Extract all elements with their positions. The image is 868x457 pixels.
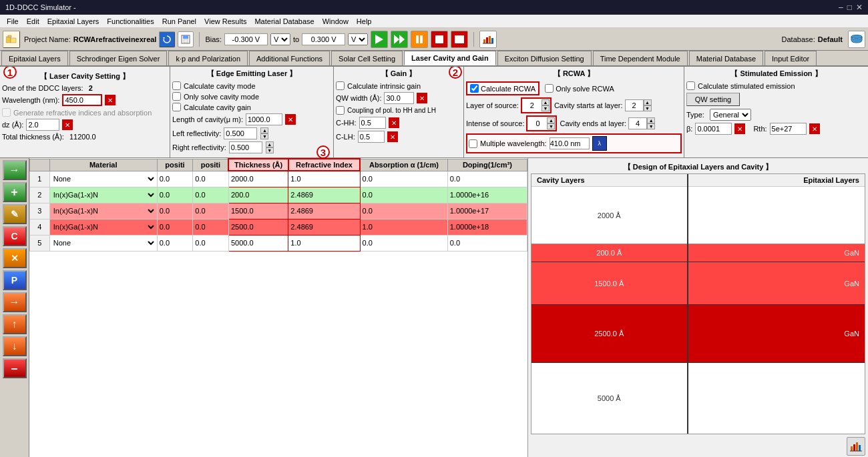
cavity-ends-down[interactable]: ▼ xyxy=(647,123,655,129)
multi-wavelength-checkbox[interactable] xyxy=(469,139,477,148)
dz-input[interactable] xyxy=(26,119,59,131)
beta-input[interactable] xyxy=(695,123,732,135)
cavity-starts-down[interactable]: ▼ xyxy=(644,105,652,111)
cavity-starts-up[interactable]: ▲ xyxy=(644,99,652,105)
right-refl-up[interactable]: ▲ xyxy=(266,141,274,147)
row2-refractive[interactable]: 2.4869 xyxy=(288,187,360,203)
bias-unit-select[interactable]: V xyxy=(270,33,290,45)
sidebar-btn-add[interactable]: + xyxy=(3,182,27,202)
row1-refractive[interactable]: 1.0 xyxy=(288,171,360,187)
pause-btn[interactable] xyxy=(411,31,428,48)
stop-btn[interactable] xyxy=(431,31,448,48)
wavelength-input[interactable] xyxy=(62,94,102,106)
calc-rcwa-checkbox[interactable] xyxy=(470,84,479,93)
tab-solar-cell[interactable]: Solar Cell Setting xyxy=(331,51,403,65)
menu-functionalities[interactable]: Functionalities xyxy=(103,16,158,27)
layer-source-down[interactable]: ▼ xyxy=(541,105,550,111)
bias-from-input[interactable] xyxy=(224,33,268,45)
menu-help[interactable]: Help xyxy=(353,16,376,27)
intense-down[interactable]: ▼ xyxy=(547,123,555,129)
tab-additional[interactable]: Additional Functions xyxy=(249,51,330,65)
row5-thickness[interactable]: 5000.0 xyxy=(228,235,288,251)
qw-clear-btn[interactable]: ✕ xyxy=(417,93,427,103)
chart-btn[interactable] xyxy=(479,31,497,48)
sidebar-btn-edit[interactable]: ✎ xyxy=(3,204,27,224)
calc-gain-checkbox[interactable] xyxy=(172,103,181,111)
chh-input[interactable] xyxy=(359,117,386,129)
menu-view-results[interactable]: View Results xyxy=(200,16,250,27)
refractive-checkbox[interactable] xyxy=(2,108,11,117)
qw-width-input[interactable] xyxy=(384,92,414,104)
rth-input[interactable] xyxy=(770,123,807,135)
dz-clear-btn[interactable]: ✕ xyxy=(62,119,73,130)
cavity-ends-input[interactable] xyxy=(628,117,647,129)
left-refl-up[interactable]: ▲ xyxy=(260,127,268,133)
cavity-length-input[interactable] xyxy=(246,113,282,125)
cavity-starts-input[interactable] xyxy=(625,99,644,111)
sidebar-btn-minus[interactable]: – xyxy=(3,358,27,378)
tab-epitaxial-layers[interactable]: Epitaxial Layers xyxy=(1,51,68,65)
cavity-length-clear-btn[interactable]: ✕ xyxy=(285,114,296,125)
sidebar-btn-c[interactable]: C xyxy=(3,226,27,246)
row1-material[interactable]: None xyxy=(49,171,157,187)
intense-up[interactable]: ▲ xyxy=(547,117,555,123)
intense-source-input[interactable] xyxy=(528,117,547,129)
row2-material[interactable]: In(x)Ga(1-x)N xyxy=(49,187,157,203)
wavelength-clear-btn[interactable]: ✕ xyxy=(105,95,116,105)
tab-time-dependent[interactable]: Time Dependent Module xyxy=(593,51,688,65)
cavity-ends-up[interactable]: ▲ xyxy=(647,117,655,123)
menu-file[interactable]: File xyxy=(3,16,23,27)
layer-source-up[interactable]: ▲ xyxy=(541,99,550,105)
menu-window[interactable]: Window xyxy=(318,16,353,27)
window-controls[interactable]: – □ ✕ xyxy=(839,3,863,12)
row5-material-select[interactable]: None xyxy=(51,236,156,250)
row3-thickness[interactable]: 1500.0 xyxy=(228,203,288,219)
tab-material-db[interactable]: Material Database xyxy=(689,51,763,65)
row3-material[interactable]: In(x)Ga(1-x)N xyxy=(49,203,157,219)
multi-wavelength-run-btn[interactable]: λ xyxy=(592,136,607,151)
right-refl-input[interactable] xyxy=(229,141,262,153)
menu-epitaxial[interactable]: Epitaxial Layers xyxy=(43,16,103,27)
sidebar-btn-right2[interactable]: → xyxy=(3,292,27,312)
rth-clear-btn[interactable]: ✕ xyxy=(809,123,820,134)
row2-thickness[interactable]: 200.0 xyxy=(228,187,288,203)
coupling-checkbox[interactable] xyxy=(336,106,345,115)
refresh-btn[interactable] xyxy=(159,31,175,47)
bias-to-input[interactable] xyxy=(302,33,345,45)
db-icon[interactable] xyxy=(848,31,865,48)
clh-clear-btn[interactable]: ✕ xyxy=(387,131,398,142)
row5-material[interactable]: None xyxy=(49,235,157,251)
calc-intrinsic-checkbox[interactable] xyxy=(336,81,345,90)
multi-wavelength-input[interactable] xyxy=(550,137,590,149)
row3-refractive[interactable]: 2.4869 xyxy=(288,203,360,219)
sidebar-btn-p[interactable]: P xyxy=(3,270,27,290)
row2-material-select[interactable]: In(x)Ga(1-x)N xyxy=(51,188,156,201)
run2-btn[interactable] xyxy=(391,31,408,48)
minimize-btn[interactable]: – xyxy=(839,3,843,12)
row4-material-select[interactable]: In(x)Ga(1-x)N xyxy=(51,220,156,234)
maximize-btn[interactable]: □ xyxy=(847,3,852,12)
type-select[interactable]: General xyxy=(710,109,751,121)
close-btn[interactable]: ✕ xyxy=(856,3,863,12)
menu-edit[interactable]: Edit xyxy=(23,16,43,27)
sidebar-btn-arrow-right[interactable]: → xyxy=(3,160,27,180)
menu-material-db[interactable]: Material Database xyxy=(250,16,318,27)
row4-refractive[interactable]: 2.4869 xyxy=(288,219,360,235)
clh-input[interactable] xyxy=(358,131,385,143)
row3-material-select[interactable]: In(x)Ga(1-x)N xyxy=(51,204,156,217)
row1-thickness[interactable]: 2000.0 xyxy=(228,171,288,187)
row4-thickness[interactable]: 2500.0 xyxy=(228,219,288,235)
open-folder-btn[interactable] xyxy=(3,31,20,48)
menu-run-panel[interactable]: Run Panel xyxy=(158,16,200,27)
tab-laser-cavity[interactable]: Laser Cavity and Gain xyxy=(404,51,496,65)
chart-icon-btn[interactable] xyxy=(847,437,865,456)
beta-clear-btn[interactable]: ✕ xyxy=(734,123,745,134)
left-refl-input[interactable] xyxy=(224,127,257,139)
qw-setting-btn[interactable]: QW setting xyxy=(686,93,740,106)
calc-stimulated-checkbox[interactable] xyxy=(686,81,695,90)
sidebar-btn-x[interactable]: ✕ xyxy=(3,248,27,268)
sidebar-btn-up[interactable]: ↑ xyxy=(3,314,27,334)
chh-clear-btn[interactable]: ✕ xyxy=(389,117,399,128)
sidebar-btn-down[interactable]: ↓ xyxy=(3,336,27,356)
tab-schrodinger[interactable]: Schrodinger Eigen Solver xyxy=(69,51,168,65)
